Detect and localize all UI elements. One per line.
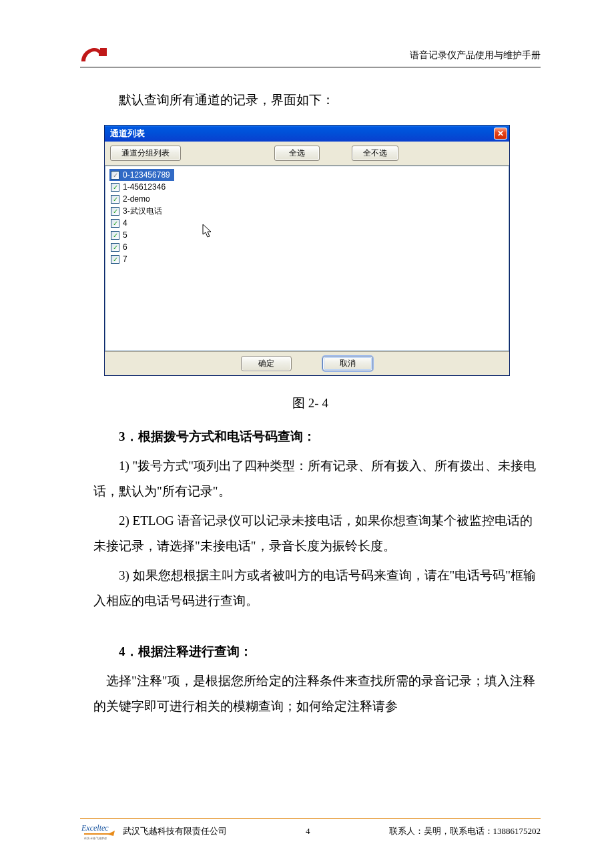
- section-4-heading: 4．根据注释进行查询：: [80, 643, 541, 660]
- document-title: 语音记录仪产品使用与维护手册: [410, 49, 541, 61]
- dialog-toolbar: 通道分组列表 全选 全不选: [105, 142, 509, 166]
- section-3-p2: 2) ETLOG 语音记录仪可以记录未接电话，如果你想查询某个被监控电话的未接记…: [80, 508, 541, 559]
- channel-list-dialog: 通道列表 ✕ 通道分组列表 全选 全不选 ✓ 0-123456789 ✓: [104, 125, 510, 376]
- close-icon[interactable]: ✕: [494, 128, 507, 140]
- svg-text:科技·卓越·飞越梦想: 科技·卓越·飞越梦想: [84, 837, 107, 840]
- checkbox-icon[interactable]: ✓: [111, 231, 119, 240]
- page-footer: Exceltec 科技·卓越·飞越梦想 武汉飞越科技有限责任公司 4 联系人：吴…: [80, 818, 541, 841]
- group-list-button[interactable]: 通道分组列表: [110, 146, 181, 161]
- footer-company: 武汉飞越科技有限责任公司: [123, 825, 227, 837]
- list-item[interactable]: ✓ 5: [109, 229, 505, 241]
- checkbox-icon[interactable]: ✓: [111, 219, 119, 228]
- company-logo-icon: [80, 47, 109, 64]
- checkbox-icon[interactable]: ✓: [111, 243, 119, 252]
- list-item-label: 1-45612346: [123, 182, 166, 192]
- section-3-heading: 3．根据拨号方式和电话号码查询：: [80, 428, 541, 445]
- dialog-button-bar: 确定 取消: [105, 351, 509, 375]
- section-4-p1: 选择"注释"项，是根据您所给定的注释条件来查找所需的录音记录；填入注释的关键字即…: [80, 668, 541, 719]
- intro-text: 默认查询所有通道的记录，界面如下：: [80, 87, 541, 113]
- footer-page-number: 4: [227, 826, 389, 837]
- select-none-button[interactable]: 全不选: [352, 146, 398, 161]
- list-item-label: 6: [123, 242, 127, 252]
- list-item[interactable]: ✓ 0-123456789: [109, 169, 174, 181]
- dialog-title: 通道列表: [110, 128, 145, 140]
- footer-logo-icon: Exceltec 科技·卓越·飞越梦想: [80, 821, 119, 841]
- section-3-p3: 3) 如果您想根据主叫方或者被叫方的电话号码来查询，请在"电话号码"框输入相应的…: [80, 563, 541, 614]
- section-3-p1: 1) "拨号方式"项列出了四种类型：所有记录、所有拨入、所有拨出、未接电话，默认…: [80, 453, 541, 504]
- svg-text:Exceltec: Exceltec: [81, 823, 109, 833]
- footer-contact: 联系人：吴明，联系电话：13886175202: [389, 825, 541, 837]
- list-item-label: 7: [123, 254, 127, 264]
- list-item[interactable]: ✓ 6: [109, 241, 505, 253]
- list-item[interactable]: ✓ 4: [109, 217, 505, 229]
- select-all-button[interactable]: 全选: [274, 146, 320, 161]
- cancel-button[interactable]: 取消: [322, 356, 373, 371]
- checkbox-icon[interactable]: ✓: [111, 255, 119, 264]
- list-item[interactable]: ✓ 7: [109, 253, 505, 265]
- figure-caption: 图 2- 4: [80, 395, 541, 412]
- list-item-label: 0-123456789: [123, 170, 170, 180]
- ok-button[interactable]: 确定: [241, 356, 292, 371]
- checkbox-icon[interactable]: ✓: [111, 183, 119, 192]
- list-item-label: 2-demo: [123, 194, 150, 204]
- list-item[interactable]: ✓ 1-45612346: [109, 181, 505, 193]
- list-item-label: 4: [123, 218, 127, 228]
- list-item[interactable]: ✓ 3-武汉电话: [109, 205, 505, 217]
- list-item-label: 5: [123, 230, 127, 240]
- checkbox-icon[interactable]: ✓: [111, 171, 119, 180]
- list-item-label: 3-武汉电话: [123, 206, 162, 217]
- dialog-titlebar[interactable]: 通道列表 ✕: [105, 126, 509, 142]
- checkbox-icon[interactable]: ✓: [111, 195, 119, 204]
- checkbox-icon[interactable]: ✓: [111, 207, 119, 216]
- page-header: 语音记录仪产品使用与维护手册: [80, 47, 541, 67]
- list-item[interactable]: ✓ 2-demo: [109, 193, 505, 205]
- channel-list[interactable]: ✓ 0-123456789 ✓ 1-45612346 ✓ 2-demo ✓ 3-…: [105, 166, 509, 351]
